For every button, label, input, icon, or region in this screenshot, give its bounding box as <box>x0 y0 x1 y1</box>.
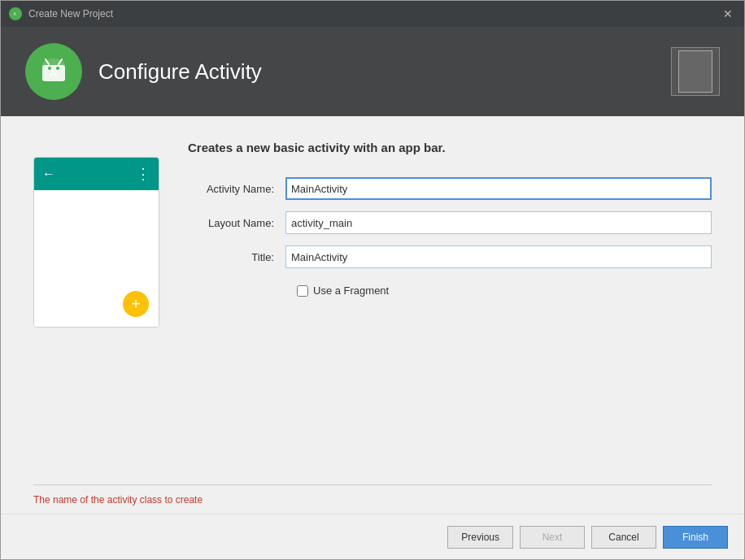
layout-name-label: Layout Name: <box>188 217 285 229</box>
page-title: Configure Activity <box>98 59 671 85</box>
phone-fab-button: + <box>123 291 149 317</box>
title-input[interactable] <box>285 245 712 268</box>
status-area: The name of the activity class to create <box>1 485 744 514</box>
previous-button[interactable]: Previous <box>447 526 513 549</box>
phone-back-icon: ← <box>42 167 55 181</box>
phone-preview: ← ⋮ + <box>33 141 163 468</box>
activity-name-label: Activity Name: <box>188 183 285 195</box>
app-icon: A <box>9 7 22 20</box>
svg-rect-3 <box>42 65 65 81</box>
next-button[interactable]: Next <box>520 526 585 549</box>
use-fragment-label[interactable]: Use a Fragment <box>313 284 389 297</box>
svg-point-5 <box>56 67 59 70</box>
status-message: The name of the activity class to create <box>33 494 203 506</box>
activity-name-row: Activity Name: <box>188 177 712 200</box>
header: Configure Activity <box>1 27 744 116</box>
use-fragment-row: Use a Fragment <box>297 284 712 297</box>
footer: Previous Next Cancel Finish <box>1 514 744 559</box>
use-fragment-checkbox[interactable] <box>297 285 308 297</box>
title-bar: A Create New Project ✕ <box>1 1 744 27</box>
title-label: Title: <box>188 251 285 263</box>
form-description: Creates a new basic activity with an app… <box>188 141 712 154</box>
phone-body: ← ⋮ + <box>33 157 159 328</box>
title-row: Title: <box>188 245 712 268</box>
window: A Create New Project ✕ Co <box>0 0 745 560</box>
phone-menu-icon: ⋮ <box>136 165 150 183</box>
layout-name-input[interactable] <box>285 211 712 234</box>
preview-thumbnail <box>671 47 720 96</box>
phone-toolbar: ← ⋮ <box>34 158 159 190</box>
close-button[interactable]: ✕ <box>720 6 736 22</box>
content-area: ← ⋮ + Creates a new basic activity with … <box>1 116 744 484</box>
window-title: Create New Project <box>28 8 720 20</box>
finish-button[interactable]: Finish <box>663 526 728 549</box>
layout-name-row: Layout Name: <box>188 211 712 234</box>
phone-content: + <box>34 190 159 327</box>
thumbnail-inner <box>678 50 712 93</box>
activity-name-input[interactable] <box>285 177 712 200</box>
form-area: Creates a new basic activity with an app… <box>188 141 712 468</box>
cancel-button[interactable]: Cancel <box>591 526 656 549</box>
android-studio-logo <box>25 43 82 100</box>
svg-point-4 <box>48 67 51 70</box>
main-content: ← ⋮ + Creates a new basic activity with … <box>1 116 744 514</box>
